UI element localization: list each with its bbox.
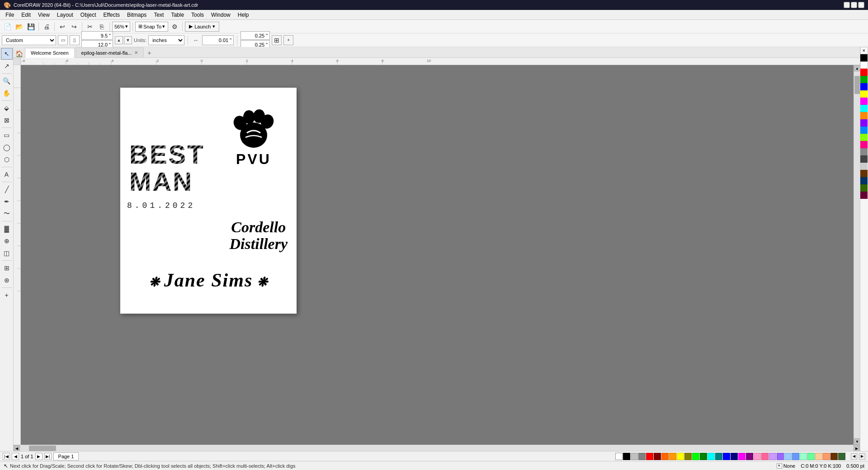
undo-button[interactable]: ↩ [57,21,68,32]
scrollbar-horizontal[interactable]: ◀ ▶ [14,445,860,451]
palette-coral[interactable] [823,453,830,460]
close-button[interactable]: ✕ [858,2,864,8]
page-landscape-button[interactable]: ▯ [70,35,80,45]
scroll-thumb-h[interactable] [29,446,56,451]
size-up-button[interactable]: ▲ [115,36,123,44]
units-dropdown[interactable]: inches [148,35,184,45]
cut-button[interactable]: ✂ [85,21,95,32]
prev-page-button[interactable]: ◀ [12,453,19,460]
eyedropper-tool[interactable]: ⊕ [1,235,13,247]
scroll-up-button[interactable]: ▲ [854,65,860,71]
text-tool[interactable]: A [1,169,13,180]
palette-lime[interactable] [692,453,699,460]
swatch-orange[interactable] [860,112,868,119]
select-tool[interactable]: ↖ [1,48,13,60]
palette-gray[interactable] [638,453,646,460]
tab-add-button[interactable]: + [145,48,154,57]
no-color-swatch[interactable]: ✕ [860,47,868,54]
page-portrait-button[interactable]: ▭ [58,35,68,45]
palette-silver[interactable] [631,453,638,460]
copy-button[interactable]: ⎘ [96,21,107,32]
tab-close-icon[interactable]: ✕ [134,50,138,55]
palette-peach[interactable] [815,453,822,460]
polygon-tool[interactable]: ⬡ [1,154,13,165]
fill-tool[interactable]: ▓ [1,223,13,235]
palette-right-button[interactable]: ▶ [859,453,865,460]
first-page-button[interactable]: |◀ [3,453,10,460]
menu-file[interactable]: File [2,11,18,19]
palette-black[interactable] [623,453,630,460]
palette-purple[interactable] [746,453,753,460]
palette-green[interactable] [700,453,707,460]
menu-view[interactable]: View [34,11,53,19]
palette-olive[interactable] [684,453,692,460]
redo-button[interactable]: ↪ [69,21,80,32]
nudge-input[interactable] [202,35,234,45]
last-page-button[interactable]: ▶| [44,453,52,460]
swatch-brown[interactable] [860,170,868,177]
swatch-lime[interactable] [860,134,868,141]
tab-welcome-screen[interactable]: Welcome Screen [25,48,75,58]
palette-pink[interactable] [754,453,761,460]
pan-tool[interactable]: ✋ [1,87,13,99]
palette-mint[interactable] [800,453,807,460]
next-page-button[interactable]: ▶ [35,453,42,460]
ellipse-tool[interactable]: ◯ [1,141,13,153]
swatch-red[interactable] [860,69,868,76]
zoom-dropdown[interactable]: 56% ▾ [112,22,130,32]
new-button[interactable]: 📄 [2,21,13,32]
scroll-down-button[interactable]: ▼ [854,438,860,445]
nudge2-input[interactable] [241,31,270,40]
palette-navy[interactable] [731,453,738,460]
swatch-lightgray[interactable] [860,163,868,170]
bezier-tool[interactable]: 〜 [1,208,13,220]
print-button[interactable]: 🖨 [41,21,52,32]
freehand-tool[interactable]: ↗ [1,60,13,72]
swatch-darkgray[interactable] [860,155,868,163]
save-button[interactable]: 💾 [25,21,36,32]
swatch-lightblue[interactable] [860,127,868,134]
zoom-tool[interactable]: 🔍 [1,75,13,87]
palette-teal[interactable] [715,453,722,460]
canvas-scroll[interactable]: PVU BEST BEST [21,65,854,445]
swatch-darkgreen[interactable] [860,184,868,192]
scroll-left-button[interactable]: ◀ [14,445,20,451]
palette-brown[interactable] [830,453,838,460]
shape-tool[interactable]: ⬙ [1,102,13,114]
menu-help[interactable]: Help [234,11,253,19]
tab-document[interactable]: epilog-laser-metal-fla... ✕ [75,47,144,57]
palette-white[interactable] [615,453,623,460]
palette-forest[interactable] [838,453,845,460]
minimize-button[interactable]: ─ [844,2,850,8]
table-tool[interactable]: ⊞ [1,262,13,274]
palette-violet[interactable] [777,453,784,460]
swatch-pink[interactable] [860,141,868,148]
swatch-green[interactable] [860,76,868,83]
swatch-blue[interactable] [860,83,868,90]
palette-orange[interactable] [661,453,669,460]
width-input[interactable] [81,31,113,40]
swatch-white[interactable] [860,61,868,69]
crop-tool[interactable]: ⊠ [1,114,13,126]
frame-button[interactable]: ⊞ [272,35,282,45]
menu-effects[interactable]: Effects [100,11,123,19]
palette-yellow[interactable] [677,453,684,460]
swatch-magenta[interactable] [860,98,868,105]
palette-cyan[interactable] [708,453,715,460]
scrollbar-vertical[interactable]: ▲ ▼ [854,65,860,445]
menu-layout[interactable]: Layout [53,11,77,19]
menu-object[interactable]: Object [77,11,100,19]
open-button[interactable]: 📂 [14,21,24,32]
title-bar-controls[interactable]: ─ □ ✕ [844,2,864,8]
palette-darkred[interactable] [654,453,661,460]
palette-red[interactable] [646,453,653,460]
palette-seafoam[interactable] [807,453,815,460]
menu-table[interactable]: Table [167,11,188,19]
palette-blue[interactable] [723,453,730,460]
menu-bitmaps[interactable]: Bitmaps [123,11,150,19]
launch-button[interactable]: ▶ Launch ▾ [185,22,219,32]
pen-tool[interactable]: ✒ [1,196,13,207]
swatch-cyan[interactable] [860,105,868,112]
smart-tool[interactable]: ⊛ [1,274,13,286]
swatch-black[interactable] [860,54,868,61]
